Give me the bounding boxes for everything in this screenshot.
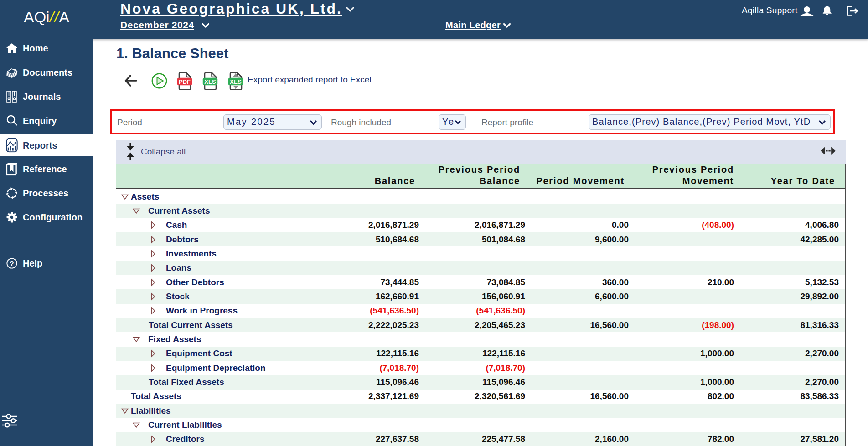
svg-text:XLS: XLS [230, 78, 242, 85]
svg-text:PDF: PDF [179, 78, 191, 85]
svg-text:XLS: XLS [204, 78, 216, 85]
svg-text:?: ? [10, 260, 14, 267]
